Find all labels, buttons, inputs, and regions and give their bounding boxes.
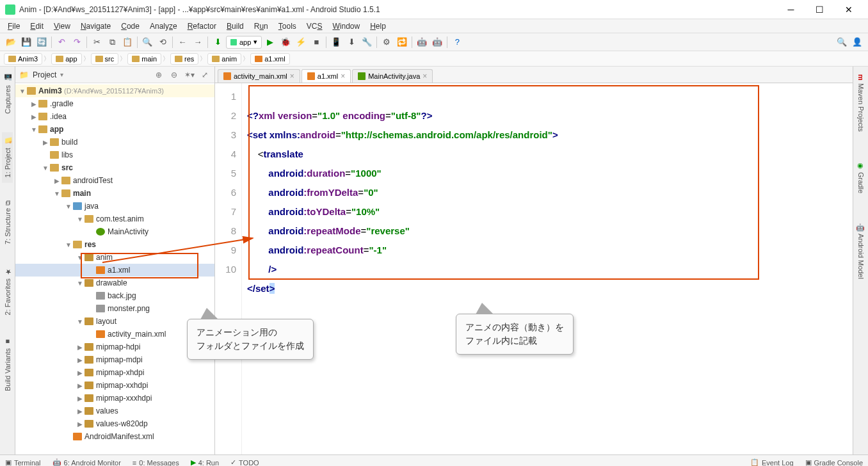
open-icon[interactable]: 📂	[4, 35, 18, 49]
tree-item-drawable[interactable]: ▼drawable	[15, 277, 214, 289]
back-icon[interactable]: ←	[175, 35, 189, 49]
sdk-icon[interactable]: ⬇	[344, 35, 358, 49]
redo-icon[interactable]: ↷	[70, 35, 84, 49]
editor-tab-mainactivity-java[interactable]: MainActivity.java×	[352, 69, 433, 83]
tool-todo[interactable]: ✓ TODO	[230, 458, 259, 466]
tab-build-variants[interactable]: Build Variants ■	[3, 333, 13, 396]
tree-item-monster-png[interactable]: monster.png	[15, 302, 214, 315]
tree-item--gradle[interactable]: ▶.gradle	[15, 97, 214, 110]
search-icon[interactable]: 🔍	[835, 35, 849, 49]
crumb-app[interactable]: app	[51, 53, 81, 65]
tab-captures[interactable]: Captures 📷	[2, 69, 13, 119]
tree-item-mipmap-xxxhdpi[interactable]: ▶mipmap-xxxhdpi	[15, 392, 214, 405]
tree-item-layout[interactable]: ▼layout	[15, 315, 214, 328]
menu-help[interactable]: Help	[365, 20, 391, 32]
tool-terminal[interactable]: ▣ Terminal	[5, 458, 41, 466]
tree-item-values[interactable]: ▶values	[15, 405, 214, 417]
tree-item-androidtest[interactable]: ▶androidTest	[15, 174, 214, 187]
tree-item-libs[interactable]: libs	[15, 149, 214, 161]
tree-item-mipmap-xxhdpi[interactable]: ▶mipmap-xxhdpi	[15, 379, 214, 392]
menu-build[interactable]: Build	[221, 20, 249, 32]
menu-analyze[interactable]: Analyze	[145, 20, 182, 32]
tree-item-com-test-anim[interactable]: ▼com.test.anim	[15, 213, 214, 225]
tree-root[interactable]: ▼ Anim3 (D:¥And¥ws_20151127¥Anim3)	[15, 84, 214, 97]
close-tab-icon[interactable]: ×	[290, 72, 294, 81]
cut-icon[interactable]: ✂	[90, 35, 104, 49]
copy-icon[interactable]: ⧉	[105, 35, 119, 49]
tree-item-activity-main-xml[interactable]: activity_main.xml	[15, 328, 214, 341]
paste-icon[interactable]: 📋	[120, 35, 134, 49]
sync-icon[interactable]: 🔄	[35, 35, 49, 49]
tree-item-mipmap-mdpi[interactable]: ▶mipmap-mdpi	[15, 353, 214, 366]
tool-android-monitor[interactable]: 🤖 6: Android Monitor	[52, 458, 121, 466]
project-tree[interactable]: ▼ Anim3 (D:¥And¥ws_20151127¥Anim3) ▶.gra…	[15, 83, 214, 454]
editor-body[interactable]: 12345678910 <?xml version="1.0" encoding…	[215, 83, 853, 454]
tree-item-a1-xml[interactable]: a1.xml	[15, 264, 214, 277]
project-view-label[interactable]: Project	[33, 70, 56, 79]
crumb-file[interactable]: a1.xml	[250, 53, 289, 65]
menu-edit[interactable]: Edit	[25, 20, 49, 32]
find-icon[interactable]: 🔍	[140, 35, 154, 49]
tree-item-res[interactable]: ▼res	[15, 238, 214, 251]
forward-icon[interactable]: →	[191, 35, 205, 49]
tree-item-mainactivity[interactable]: MainActivity	[15, 225, 214, 238]
menu-view[interactable]: View	[49, 20, 76, 32]
tree-item-mipmap-hdpi[interactable]: ▶mipmap-hdpi	[15, 341, 214, 353]
crumb-main[interactable]: main	[127, 53, 161, 65]
run-icon[interactable]: ▶	[263, 35, 277, 49]
menu-code[interactable]: Code	[116, 20, 145, 32]
attach-icon[interactable]: ⚡	[294, 35, 308, 49]
menu-window[interactable]: Window	[327, 20, 365, 32]
menu-vcs[interactable]: VCS	[301, 20, 328, 32]
tool-gradle-console[interactable]: ▣ Gradle Console	[805, 458, 863, 466]
help-icon[interactable]: ?	[450, 35, 464, 49]
collapse-all-icon[interactable]: ⊖	[168, 69, 180, 81]
crumb-anim[interactable]: anim	[207, 53, 241, 65]
undo-icon[interactable]: ↶	[54, 35, 68, 49]
project-structure-icon[interactable]: ⚙	[380, 35, 394, 49]
tree-item-mipmap-xhdpi[interactable]: ▶mipmap-xhdpi	[15, 366, 214, 379]
close-button[interactable]: ✕	[834, 0, 863, 19]
crumb-src[interactable]: src	[91, 53, 119, 65]
tool-messages[interactable]: ≡ 0: Messages	[133, 459, 179, 467]
tab-maven[interactable]: m Maven Projects	[856, 69, 866, 137]
replace-icon[interactable]: ⟲	[156, 35, 170, 49]
ddms-icon[interactable]: 🔧	[360, 35, 374, 49]
debug-icon[interactable]: 🐞	[278, 35, 293, 49]
close-tab-icon[interactable]: ×	[422, 72, 427, 81]
tab-favorites[interactable]: 2: Favorites ★	[2, 262, 13, 320]
tree-item-anim[interactable]: ▼anim	[15, 251, 214, 264]
tree-item-values-w820dp[interactable]: ▶values-w820dp	[15, 417, 214, 430]
tab-gradle[interactable]: ◉ Gradle	[855, 156, 866, 198]
tree-item-androidmanifest-xml[interactable]: AndroidManifest.xml	[15, 430, 214, 443]
android2-icon[interactable]: 🤖	[430, 35, 444, 49]
editor-tab-a1-xml[interactable]: a1.xml×	[301, 69, 351, 83]
tree-item-build[interactable]: ▶build	[15, 136, 214, 149]
crumb-res[interactable]: res	[170, 53, 198, 65]
tab-structure[interactable]: 7: Structure ⧉	[3, 195, 13, 250]
user-icon[interactable]: 👤	[850, 35, 864, 49]
tree-item-back-jpg[interactable]: back.jpg	[15, 289, 214, 302]
menu-run[interactable]: Run	[249, 20, 273, 32]
tree-item-app[interactable]: ▼app	[15, 123, 214, 136]
sync-gradle-icon[interactable]: 🔁	[395, 35, 409, 49]
minimize-button[interactable]: ─	[776, 0, 805, 19]
tool-event-log[interactable]: 📋 Event Log	[750, 458, 794, 466]
menu-refactor[interactable]: Refactor	[182, 20, 221, 32]
menu-navigate[interactable]: Navigate	[76, 20, 116, 32]
tree-item-main[interactable]: ▼main	[15, 187, 214, 200]
save-icon[interactable]: 💾	[19, 35, 33, 49]
tab-android-model[interactable]: 🤖 Android Model	[855, 218, 866, 284]
editor-tab-activity-main-xml[interactable]: activity_main.xml×	[218, 69, 300, 83]
tree-item-java[interactable]: ▼java	[15, 200, 214, 213]
make-icon[interactable]: ⬇	[211, 35, 225, 49]
tree-item--idea[interactable]: ▶.idea	[15, 110, 214, 123]
run-config-selector[interactable]: app ▾	[226, 36, 262, 49]
code[interactable]: <?xml version="1.0" encoding="utf-8"?> <…	[242, 83, 853, 454]
maximize-button[interactable]: ☐	[805, 0, 834, 19]
crumb-anim3[interactable]: Anim3	[4, 53, 42, 65]
tool-run[interactable]: ▶ 4: Run	[191, 458, 219, 466]
tree-item-src[interactable]: ▼src	[15, 161, 214, 174]
tab-project[interactable]: 1: Project 📁	[2, 132, 13, 182]
scroll-from-source-icon[interactable]: ⊕	[153, 69, 165, 81]
